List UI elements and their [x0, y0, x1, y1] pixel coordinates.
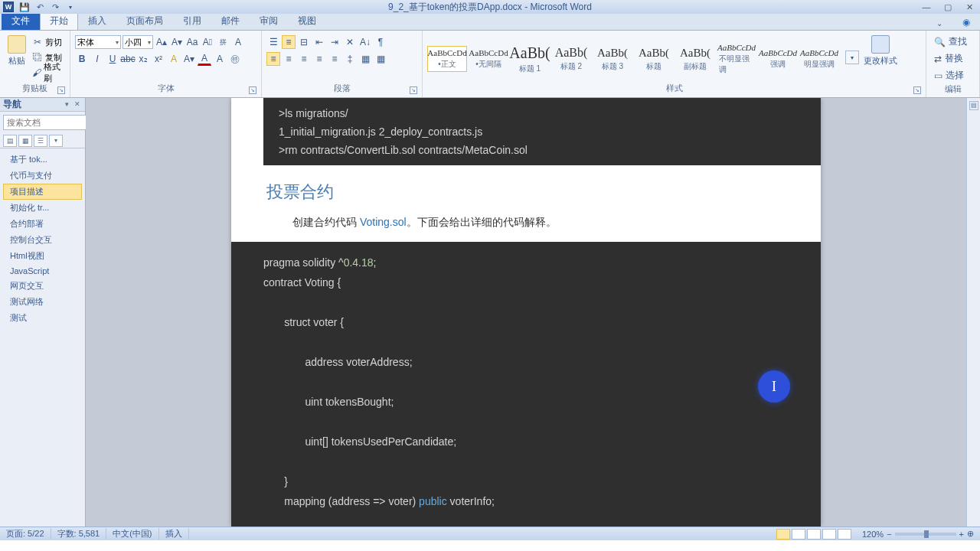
style-swatch[interactable]: AaBbCcDd•正文	[427, 46, 467, 72]
text-effects-button[interactable]: A▾	[182, 52, 196, 66]
document-area[interactable]: >ls migrations/ 1_initial_migration.js 2…	[86, 98, 966, 527]
style-swatch[interactable]: AaBb(标题 3	[593, 44, 632, 74]
paste-button[interactable]: 粘贴	[5, 32, 28, 83]
enclose-char-button[interactable]: ㊕	[228, 52, 242, 66]
tab-home[interactable]: 开始	[40, 11, 78, 30]
nav-item[interactable]: 代币与支付	[3, 168, 82, 184]
nav-tab-pages[interactable]: ▦	[18, 135, 32, 147]
borders-button[interactable]: ▦	[374, 52, 387, 66]
nav-item[interactable]: 网页交互	[3, 278, 82, 294]
show-marks-button[interactable]: ¶	[374, 35, 387, 49]
style-swatch[interactable]: AaBbCcDd强调	[758, 46, 798, 72]
redo-icon[interactable]: ↷	[49, 1, 61, 13]
qat-dropdown-icon[interactable]: ▾	[64, 1, 77, 13]
style-swatch[interactable]: AaBb(副标题	[675, 44, 715, 74]
tab-file[interactable]: 文件	[2, 11, 40, 30]
nav-dropdown-icon[interactable]: ▾	[62, 100, 71, 109]
view-fullscreen-button[interactable]	[792, 529, 805, 540]
char-shading-button[interactable]: A	[213, 52, 227, 66]
tab-layout[interactable]: 页面布局	[116, 11, 173, 30]
tab-mailings[interactable]: 邮件	[211, 11, 250, 30]
shrink-font-button[interactable]: A▾	[170, 35, 184, 49]
strike-button[interactable]: abc	[121, 52, 135, 66]
style-swatch[interactable]: AaBbCcDd•无间隔	[469, 46, 508, 72]
zoom-level[interactable]: 120%	[862, 530, 884, 539]
tab-references[interactable]: 引用	[173, 11, 211, 30]
font-color-button[interactable]: A	[198, 52, 211, 66]
replace-button[interactable]: ⇄替换	[931, 51, 975, 67]
view-outline-button[interactable]	[822, 529, 836, 540]
clear-format-button[interactable]: A⃠	[201, 35, 214, 49]
ribbon-collapse-icon[interactable]: ⌄	[926, 16, 952, 30]
subscript-button[interactable]: x₂	[136, 52, 150, 66]
underline-button[interactable]: U	[106, 52, 119, 66]
nav-item[interactable]: Html视图	[3, 248, 82, 264]
nav-tab-headings[interactable]: ▤	[3, 135, 17, 147]
distributed-button[interactable]: ≡	[328, 52, 341, 66]
font-launcher-icon[interactable]: ↘	[249, 86, 256, 94]
superscript-button[interactable]: x²	[152, 52, 165, 66]
style-swatch[interactable]: AaBbCcDd不明显强调	[717, 41, 756, 77]
nav-close-icon[interactable]: ✕	[73, 100, 82, 109]
style-gallery[interactable]: AaBbCcDd•正文AaBbCcDd•无间隔AaBb(标题 1AaBb(标题 …	[427, 32, 839, 83]
tab-insert[interactable]: 插入	[78, 11, 116, 30]
nav-item[interactable]: 基于 tok...	[3, 152, 82, 168]
view-print-layout-button[interactable]	[776, 529, 790, 540]
shading-button[interactable]: ▦	[358, 52, 372, 66]
justify-button[interactable]: ≡	[312, 52, 326, 66]
style-swatch[interactable]: AaBb(标题 1	[510, 42, 550, 77]
tab-view[interactable]: 视图	[288, 11, 326, 30]
zoom-fit-icon[interactable]: ⊕	[967, 529, 974, 539]
grow-font-button[interactable]: A▴	[155, 35, 168, 49]
paragraph-launcher-icon[interactable]: ↘	[410, 86, 417, 94]
clipboard-launcher-icon[interactable]: ↘	[57, 86, 65, 94]
italic-button[interactable]: I	[90, 52, 104, 66]
sort-button[interactable]: A↓	[358, 35, 372, 49]
nav-item[interactable]: 初始化 tr...	[3, 200, 82, 216]
font-size-select[interactable]: 小四▾	[122, 35, 153, 49]
change-styles-button[interactable]: 更改样式	[862, 32, 899, 83]
close-button[interactable]: ✕	[959, 0, 980, 14]
increase-indent-button[interactable]: ⇥	[328, 35, 341, 49]
nav-item[interactable]: 测试	[3, 310, 82, 326]
line-spacing-button[interactable]: ‡	[343, 52, 357, 66]
nav-item[interactable]: JavaScript	[3, 264, 82, 278]
format-painter-button[interactable]: 🖌格式刷	[31, 66, 65, 80]
zoom-slider[interactable]	[895, 533, 956, 536]
font-name-select[interactable]: 宋体▾	[75, 35, 121, 49]
nav-tab-more[interactable]: ▾	[49, 135, 63, 147]
save-icon[interactable]: 💾	[18, 1, 31, 13]
change-case-button[interactable]: Aa	[185, 35, 199, 49]
view-web-button[interactable]	[807, 529, 821, 540]
nav-item[interactable]: 项目描述	[3, 184, 82, 200]
styles-launcher-icon[interactable]: ↘	[913, 86, 921, 94]
phonetic-button[interactable]: 拼	[216, 35, 230, 49]
multilevel-button[interactable]: ⊟	[297, 35, 311, 49]
nav-item[interactable]: 合约部署	[3, 216, 82, 232]
view-draft-button[interactable]	[838, 529, 851, 540]
ruler-toggle-icon[interactable]: ▤	[969, 101, 978, 110]
find-button[interactable]: 🔍查找	[931, 34, 975, 50]
help-icon[interactable]: ◉	[952, 14, 980, 30]
nav-tab-results[interactable]: ☰	[34, 135, 47, 147]
char-border-button[interactable]: A	[231, 35, 245, 49]
zoom-in-button[interactable]: +	[959, 530, 964, 539]
style-swatch[interactable]: AaBbCcDd明显强调	[799, 46, 839, 72]
zoom-out-button[interactable]: −	[887, 530, 891, 539]
numbering-button[interactable]: ≡	[282, 35, 296, 49]
bold-button[interactable]: B	[75, 52, 89, 66]
align-right-button[interactable]: ≡	[297, 52, 311, 66]
maximize-button[interactable]: ▢	[937, 0, 959, 14]
style-swatch[interactable]: AaBb(标题 2	[551, 44, 591, 74]
styles-more-button[interactable]: ▾	[845, 51, 859, 64]
status-mode[interactable]: 插入	[159, 528, 189, 540]
asian-layout-button[interactable]: ✕	[343, 35, 357, 49]
bullets-button[interactable]: ☰	[266, 35, 280, 49]
minimize-button[interactable]: —	[916, 0, 937, 14]
tab-review[interactable]: 审阅	[250, 11, 288, 30]
align-center-button[interactable]: ≡	[282, 52, 296, 66]
text-highlight-button[interactable]: A	[167, 52, 181, 66]
decrease-indent-button[interactable]: ⇤	[312, 35, 326, 49]
style-swatch[interactable]: AaBb(标题	[634, 44, 674, 74]
select-button[interactable]: ▭选择	[931, 67, 975, 83]
